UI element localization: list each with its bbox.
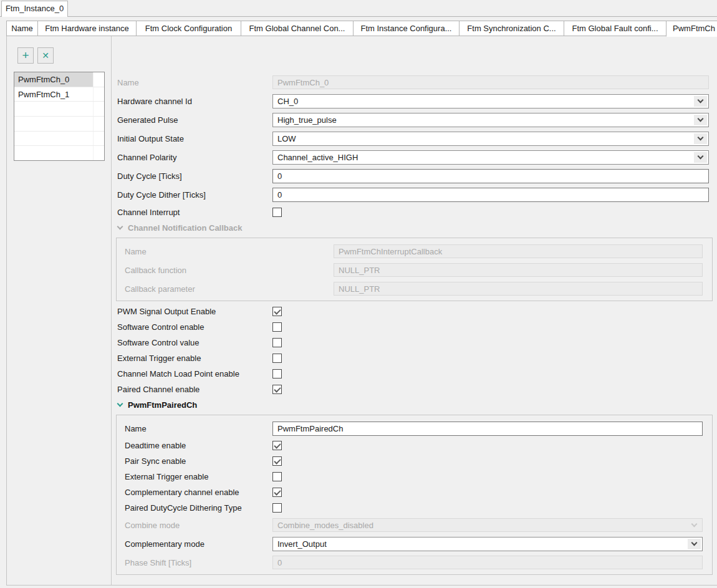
remove-channel-button[interactable]: ✕ [37,47,54,64]
generated-pulse-label: Generated Pulse [112,115,272,125]
row-paired-name: Name PwmFtmPairedCh [117,419,703,438]
row-channel-match-load-point-enable: Channel Match Load Point enable [112,366,717,382]
complementary-channel-enable-checkbox[interactable] [272,488,282,497]
pair-sync-enable-label: Pair Sync enable [117,456,272,466]
tab-name[interactable]: Name [6,21,38,36]
tab-ftm-clock-configuration[interactable]: Ftm Clock Configuration [136,21,241,36]
plus-icon: + [22,49,29,62]
row-name: Name PwmFtmCh_0 [112,73,717,92]
software-control-enable-checkbox[interactable] [272,322,282,332]
callback-name-field: PwmFtmChInterruptCallback [334,244,703,258]
deadtime-enable-label: Deadtime enable [117,441,272,450]
complementary-mode-select[interactable]: Invert_Output [272,537,703,551]
delete-x-icon: ✕ [42,51,49,60]
tab-ftm-global-fault-config[interactable]: Ftm Global Fault confi... [564,21,666,36]
callback-section-header[interactable]: Channel Notification Callback [112,220,717,235]
callback-function-label: Callback function [117,266,334,275]
chevron-down-icon [698,97,704,103]
phase-shift-field: 0 [272,556,703,569]
initial-output-state-select[interactable]: LOW [272,132,709,146]
chevron-down-icon [698,134,704,140]
paired-dutycycle-dithering-type-label: Paired DutyCycle Dithering Type [117,503,272,513]
row-phase-shift: Phase Shift [Ticks] 0 [117,553,703,572]
channel-match-load-point-enable-checkbox[interactable] [272,369,282,378]
row-complementary-channel-enable: Complementary channel enable [117,484,703,500]
channel-list: PwmFtmCh_0 PwmFtmCh_1 [14,72,105,161]
row-hardware-channel-id: Hardware channel Id CH_0 [112,92,717,110]
tab-ftm-hardware-instance[interactable]: Ftm Hardware instance [37,21,137,36]
tab-ftm-global-channel-config[interactable]: Ftm Global Channel Con... [241,21,354,36]
list-item-empty[interactable] [14,132,104,147]
channel-interrupt-checkbox[interactable] [272,208,282,217]
software-control-value-label: Software Control value [112,338,272,347]
combine-mode-select: Combine_modes_disabled [272,518,703,532]
paired-channel-enable-checkbox[interactable] [272,385,282,394]
pwm-signal-output-enable-label: PWM Signal Output Enable [112,307,272,316]
row-combine-mode: Combine mode Combine_modes_disabled [117,516,703,534]
software-control-value-checkbox[interactable] [272,338,282,347]
chevron-down-icon [117,223,123,229]
paired-section-header[interactable]: PwmFtmPairedCh [112,397,717,412]
callback-section-title: Channel Notification Callback [128,223,242,233]
row-software-control-value: Software Control value [112,335,717,350]
paired-external-trigger-enable-checkbox[interactable] [272,472,282,481]
chevron-down-icon [698,153,704,159]
combine-mode-label: Combine mode [117,521,272,530]
duty-cycle-input[interactable]: 0 [272,169,709,183]
tab-ftm-instance-configuration[interactable]: Ftm Instance Configura... [353,21,460,36]
section-tabbar: Name Ftm Hardware instance Ftm Clock Con… [6,21,717,36]
name-label: Name [112,78,272,87]
instance-tabbar: Ftm_Instance_0 [0,0,717,17]
external-trigger-enable-checkbox[interactable] [272,354,282,363]
row-channel-interrupt: Channel Interrupt [112,204,717,220]
channel-polarity-label: Channel Polarity [112,153,272,162]
generated-pulse-select[interactable]: High_true_pulse [272,113,709,127]
complementary-mode-label: Complementary mode [117,539,272,549]
row-paired-dutycycle-dithering-type: Paired DutyCycle Dithering Type [117,500,703,516]
tab-ftm-instance-0[interactable]: Ftm_Instance_0 [1,1,68,17]
paired-section: Name PwmFtmPairedCh Deadtime enable Pair… [116,415,713,575]
row-pwm-signal-output-enable: PWM Signal Output Enable [112,304,717,319]
panel-bottom-border [6,585,717,586]
add-channel-button[interactable]: + [17,47,34,64]
row-paired-external-trigger-enable: External Trigger enable [117,469,703,484]
row-duty-cycle: Duty Cycle [Ticks] 0 [112,166,717,185]
tab-pwmftmch[interactable]: PwmFtmCh [666,21,717,37]
paired-dutycycle-dithering-type-checkbox[interactable] [272,503,282,513]
software-control-enable-label: Software Control enable [112,322,272,332]
chevron-down-icon [698,115,704,122]
list-item-empty[interactable] [14,102,104,117]
callback-section: Name PwmFtmChInterruptCallback Callback … [116,238,713,301]
hardware-channel-id-select[interactable]: CH_0 [272,94,709,108]
chevron-down-icon [691,539,698,546]
list-item-empty[interactable] [14,146,104,160]
hardware-channel-id-label: Hardware channel Id [112,97,272,106]
initial-output-state-label: Initial Output State [112,134,272,143]
row-channel-polarity: Channel Polarity Channel_active_HIGH [112,148,717,166]
channel-polarity-select[interactable]: Channel_active_HIGH [272,150,709,165]
row-deadtime-enable: Deadtime enable [117,438,703,453]
pwm-signal-output-enable-checkbox[interactable] [272,307,282,316]
callback-function-field: NULL_PTR [334,263,703,277]
deadtime-enable-checkbox[interactable] [272,441,282,450]
list-item-label: PwmFtmCh_0 [14,72,94,87]
duty-cycle-dither-input[interactable]: 0 [272,188,709,202]
callback-parameter-label: Callback parameter [117,284,334,294]
external-trigger-enable-label: External Trigger enable [112,354,272,363]
row-generated-pulse: Generated Pulse High_true_pulse [112,110,717,129]
pair-sync-enable-checkbox[interactable] [272,456,282,466]
channel-match-load-point-enable-label: Channel Match Load Point enable [112,369,272,378]
phase-shift-label: Phase Shift [Ticks] [117,558,272,567]
list-item-pwmftmch-0[interactable]: PwmFtmCh_0 [14,72,104,87]
row-software-control-enable: Software Control enable [112,319,717,335]
row-external-trigger-enable: External Trigger enable [112,350,717,366]
complementary-channel-enable-label: Complementary channel enable [117,488,272,497]
tab-ftm-synchronization[interactable]: Ftm Synchronization C... [459,21,564,36]
callback-parameter-field: NULL_PTR [334,282,703,296]
duty-cycle-label: Duty Cycle [Ticks] [112,171,272,181]
list-item-pwmftmch-1[interactable]: PwmFtmCh_1 [14,87,104,102]
list-item-empty[interactable] [14,117,104,132]
paired-name-input[interactable]: PwmFtmPairedCh [272,422,703,436]
name-field: PwmFtmCh_0 [272,75,709,89]
paired-section-title: PwmFtmPairedCh [128,400,197,410]
